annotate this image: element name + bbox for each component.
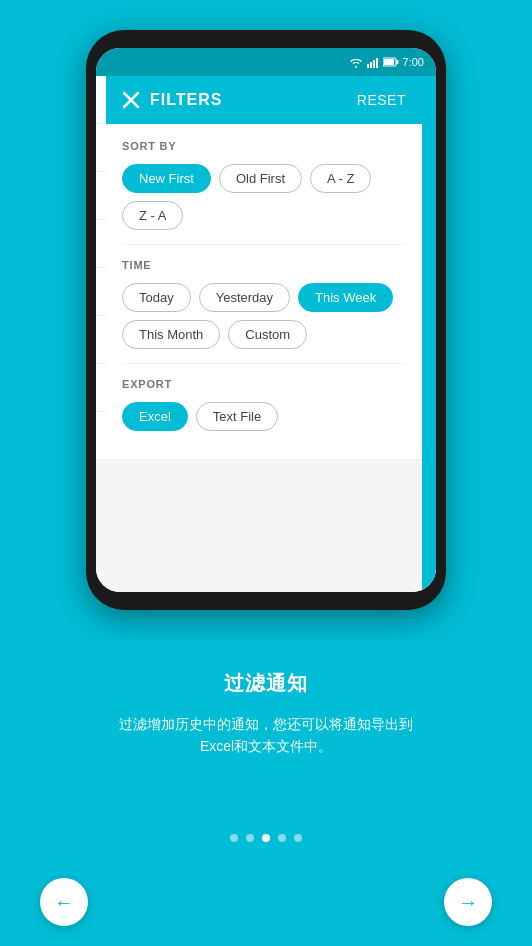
chip-custom[interactable]: Custom (228, 320, 307, 349)
dot-2 (246, 834, 254, 842)
sort-by-chips-row-1: New First Old First A - Z (122, 164, 406, 193)
svg-rect-6 (396, 60, 398, 64)
next-button[interactable]: → (444, 878, 492, 926)
filters-panel: FILTERS RESET SORT BY New First Old Firs… (106, 76, 422, 455)
time-section: TIME Today Yesterday This Week This Mont… (122, 259, 406, 349)
svg-rect-1 (370, 62, 372, 68)
time-chips-row-1: Today Yesterday This Week (122, 283, 406, 312)
chip-old-first[interactable]: Old First (219, 164, 302, 193)
signal-icon (367, 57, 379, 68)
filter-header-left: FILTERS (122, 91, 222, 109)
phone-shell: 7:00 (86, 30, 446, 610)
chip-today[interactable]: Today (122, 283, 191, 312)
status-icons: 7:00 (349, 56, 424, 68)
close-icon[interactable] (122, 91, 140, 109)
chip-text-file[interactable]: Text File (196, 402, 278, 431)
sort-by-label: SORT BY (122, 140, 406, 152)
svg-rect-0 (367, 64, 369, 68)
dot-5 (294, 834, 302, 842)
teal-edge (422, 76, 436, 592)
export-section: EXPORT Excel Text File (122, 378, 406, 431)
chip-a-z[interactable]: A - Z (310, 164, 371, 193)
export-label: EXPORT (122, 378, 406, 390)
chip-new-first[interactable]: New First (122, 164, 211, 193)
time-chips-row-2: This Month Custom (122, 320, 406, 349)
chip-this-month[interactable]: This Month (122, 320, 220, 349)
divider-1 (122, 244, 406, 245)
bottom-heading: 过滤通知 (224, 670, 308, 697)
bottom-description: 过滤增加历史中的通知，您还可以将通知导出到Excel和文本文件中。 (86, 713, 446, 758)
svg-rect-2 (373, 60, 375, 68)
dots-indicator (230, 834, 302, 842)
filter-panel-title: FILTERS (150, 91, 222, 109)
prev-arrow-icon: ← (54, 891, 74, 914)
wifi-icon (349, 57, 363, 68)
filter-header: FILTERS RESET (106, 76, 422, 124)
svg-rect-3 (376, 58, 378, 68)
time-label: TIME (122, 259, 406, 271)
sort-by-chips-row-2: Z - A (122, 201, 406, 230)
dot-3-active (262, 834, 270, 842)
phone-screen: 7:00 (96, 48, 436, 592)
svg-rect-5 (384, 59, 394, 65)
status-bar: 7:00 (96, 48, 436, 76)
filter-body: SORT BY New First Old First A - Z Z - A … (106, 124, 422, 455)
next-arrow-icon: → (458, 891, 478, 914)
status-time: 7:00 (403, 56, 424, 68)
divider-2 (122, 363, 406, 364)
chip-yesterday[interactable]: Yesterday (199, 283, 290, 312)
prev-button[interactable]: ← (40, 878, 88, 926)
export-chips-row: Excel Text File (122, 402, 406, 431)
chip-excel[interactable]: Excel (122, 402, 188, 431)
sort-by-section: SORT BY New First Old First A - Z Z - A (122, 140, 406, 230)
battery-icon (383, 57, 399, 67)
dot-4 (278, 834, 286, 842)
chip-this-week[interactable]: This Week (298, 283, 393, 312)
reset-button[interactable]: RESET (357, 92, 406, 108)
dot-1 (230, 834, 238, 842)
chip-z-a[interactable]: Z - A (122, 201, 183, 230)
